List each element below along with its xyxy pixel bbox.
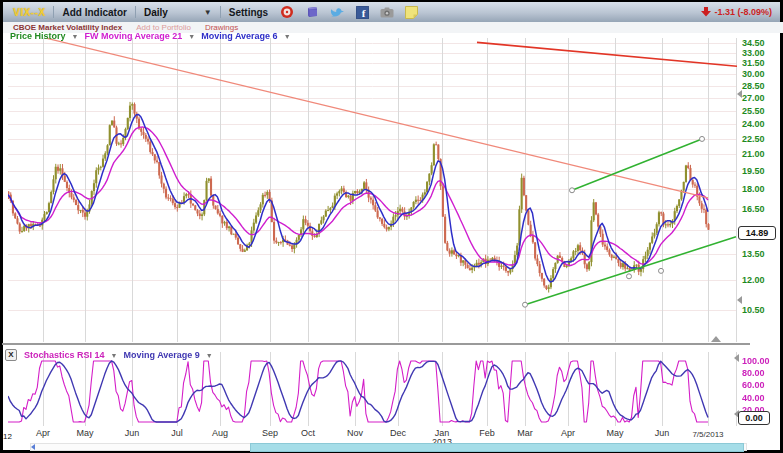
chevron-down-icon: ▼ xyxy=(204,8,212,17)
price-axis-label: 28.50 xyxy=(742,81,776,91)
indicator-axis-label: 60.00 xyxy=(742,380,778,390)
indicator-axis-label: 40.00 xyxy=(742,393,778,403)
camera-icon[interactable] xyxy=(380,7,394,18)
month-label: May xyxy=(593,428,637,438)
month-label: Jun xyxy=(110,428,154,438)
price-axis-label: 34.50 xyxy=(742,38,776,48)
indicator-chart-canvas[interactable] xyxy=(8,352,737,426)
horizontal-scrollbar-thumb[interactable] xyxy=(250,443,744,452)
price-axis-label: 13.50 xyxy=(742,249,776,259)
note-icon[interactable] xyxy=(405,6,418,19)
month-label: Apr xyxy=(21,428,65,438)
quote-change-text: -1.31 (-8.09%) xyxy=(714,7,772,17)
settings-button[interactable]: Settings xyxy=(229,7,268,18)
chevron-down-icon[interactable]: ▼ xyxy=(188,33,195,40)
separator xyxy=(53,6,54,18)
scrollbar-left-arrow-icon[interactable] xyxy=(31,444,35,450)
add-indicator-button[interactable]: Add Indicator xyxy=(62,7,126,18)
price-axis-label: 12.00 xyxy=(742,275,776,285)
down-arrow-icon xyxy=(701,7,711,17)
year-label: 12 xyxy=(3,432,12,441)
price-axis-label: 21.00 xyxy=(742,149,776,159)
month-label: Apr xyxy=(546,428,590,438)
price-axis-label: 19.50 xyxy=(742,166,776,176)
month-label: Oct xyxy=(286,428,330,438)
legend-ma9[interactable]: Moving Average 9 xyxy=(123,350,199,360)
month-label: May xyxy=(63,428,107,438)
chevron-down-icon[interactable]: ▼ xyxy=(111,352,118,359)
facebook-icon[interactable]: f xyxy=(356,6,369,19)
legend-price-history[interactable]: Price History xyxy=(10,31,66,41)
price-axis-label: 16.50 xyxy=(742,204,776,214)
price-axis-label: 30.00 xyxy=(742,69,776,79)
close-indicator-button[interactable]: X xyxy=(5,349,17,361)
chevron-down-icon[interactable]: ▼ xyxy=(284,33,291,40)
portfolio-icon[interactable] xyxy=(305,5,319,19)
twitter-icon[interactable] xyxy=(330,6,345,19)
scroll-marker-icon[interactable] xyxy=(737,90,742,98)
timeframe-dropdown[interactable]: Daily ▼ xyxy=(144,7,212,18)
month-label: Aug xyxy=(198,428,242,438)
price-axis-label: 33.00 xyxy=(742,48,776,58)
indicator-legend: Stochastics RSI 14 ▼ Moving Average 9 ▼ xyxy=(24,350,213,360)
chevron-down-icon[interactable]: ▼ xyxy=(72,33,79,40)
month-label: Jul xyxy=(155,428,199,438)
timeframe-value: Daily xyxy=(144,7,168,18)
price-chart-legend: Price History ▼ FW Moving Average 21 ▼ M… xyxy=(10,31,291,41)
scroll-marker-icon[interactable] xyxy=(734,354,739,362)
month-label: 7/5/2013 xyxy=(686,430,730,439)
month-label: Nov xyxy=(333,428,377,438)
indicator-value-box: 0.00 xyxy=(738,411,770,425)
last-price-box: 14.89 xyxy=(738,226,776,240)
legend-stochrsi[interactable]: Stochastics RSI 14 xyxy=(24,350,105,360)
price-axis-label: 22.50 xyxy=(742,134,776,144)
app-window: VIX--X Add Indicator Daily ▼ Settings f xyxy=(0,0,783,453)
svg-text:f: f xyxy=(362,7,366,19)
legend-fw-ma21[interactable]: FW Moving Average 21 xyxy=(84,31,182,41)
toolbar: VIX--X Add Indicator Daily ▼ Settings f xyxy=(3,2,780,23)
price-axis-label: 18.00 xyxy=(742,184,776,194)
indicator-axis-label: 100.00 xyxy=(742,356,778,366)
price-chart-canvas[interactable] xyxy=(8,38,737,342)
price-axis-label: 10.50 xyxy=(742,305,776,315)
symbol-label[interactable]: VIX--X xyxy=(13,7,45,18)
legend-ma6[interactable]: Moving Average 6 xyxy=(201,31,277,41)
separator xyxy=(220,6,221,18)
month-label: Mar xyxy=(503,428,547,438)
chevron-down-icon[interactable]: ▼ xyxy=(206,352,213,359)
month-label: Jun xyxy=(640,428,684,438)
panel-resize-handle[interactable] xyxy=(711,336,721,342)
separator xyxy=(135,6,136,18)
quote-change: -1.31 (-8.09%) xyxy=(701,7,772,17)
month-label: Dec xyxy=(376,428,420,438)
price-axis-label: 25.50 xyxy=(742,106,776,116)
alerts-icon[interactable] xyxy=(280,5,294,19)
indicator-axis-label: 80.00 xyxy=(742,368,778,378)
price-axis-label: 31.50 xyxy=(742,58,776,68)
toolbar-icons: f xyxy=(280,5,418,19)
panel-divider xyxy=(2,343,750,345)
scroll-marker-icon[interactable] xyxy=(737,296,742,304)
price-axis-label: 27.00 xyxy=(742,93,776,103)
price-axis-label: 24.00 xyxy=(742,119,776,129)
